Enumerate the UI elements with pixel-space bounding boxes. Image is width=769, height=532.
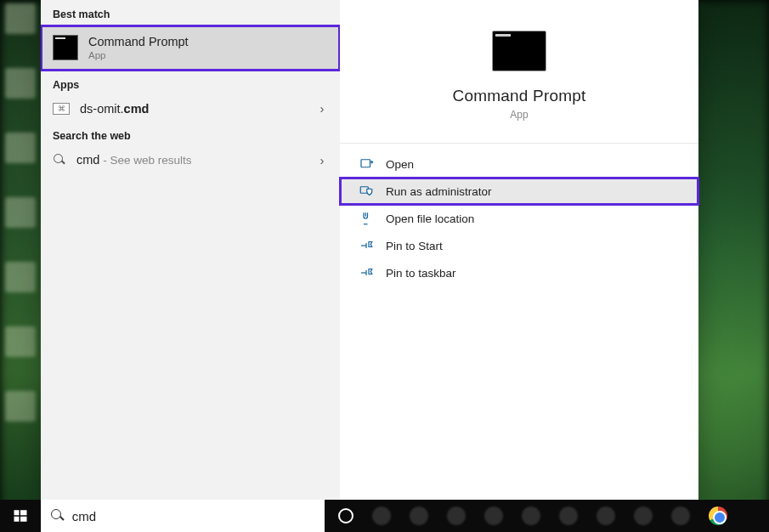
result-text: cmd - See web results (76, 152, 306, 168)
taskbar-app-icon[interactable] (559, 507, 578, 525)
pin-start-icon (359, 238, 374, 253)
svg-rect-3 (20, 510, 27, 515)
chrome-icon[interactable] (709, 507, 727, 525)
taskbar-app-icon[interactable] (634, 507, 653, 525)
result-title: ds-omit.cmd (80, 101, 306, 116)
script-file-icon: ⌘ (53, 103, 70, 115)
desktop-icon[interactable] (5, 326, 36, 357)
search-icon (51, 509, 64, 523)
taskbar-app-icon[interactable] (484, 507, 503, 525)
action-open-file-location[interactable]: Open file location (340, 205, 698, 232)
command-prompt-icon (53, 35, 78, 60)
chevron-right-icon: › (316, 101, 328, 116)
result-ds-omit-cmd[interactable]: ⌘ ds-omit.cmd › (41, 96, 340, 122)
result-title: cmd - See web results (76, 152, 306, 168)
result-title: Command Prompt (88, 34, 328, 49)
command-prompt-icon (492, 31, 546, 71)
section-header-web: Search the web (41, 122, 340, 147)
desktop-icon[interactable] (5, 197, 36, 228)
taskbar-search-input[interactable] (72, 509, 314, 524)
result-text: ds-omit.cmd (80, 101, 306, 116)
taskbar-search-box[interactable] (41, 500, 325, 532)
chevron-right-icon: › (316, 153, 328, 167)
open-icon (359, 156, 374, 172)
action-run-as-administrator[interactable]: Run as administrator (340, 178, 698, 205)
result-web-cmd[interactable]: cmd - See web results › (41, 147, 340, 173)
taskbar-app-icon[interactable] (447, 507, 466, 525)
detail-subtitle: App (510, 109, 528, 121)
action-label: Run as administrator (386, 185, 492, 198)
search-results-column: Best match Command Prompt App Apps ⌘ ds-… (41, 0, 340, 500)
desktop-icon[interactable] (5, 262, 36, 292)
start-search-panel: Best match Command Prompt App Apps ⌘ ds-… (41, 0, 698, 500)
action-pin-to-start[interactable]: Pin to Start (340, 232, 698, 259)
action-list: Open Run as administrator Open file loca… (340, 144, 698, 286)
action-label: Open file location (386, 212, 474, 225)
section-header-best-match: Best match (41, 0, 340, 25)
taskbar-app-icon[interactable] (671, 507, 690, 525)
action-pin-to-taskbar[interactable]: Pin to taskbar (340, 259, 698, 286)
folder-location-icon (359, 211, 374, 226)
detail-title: Command Prompt (453, 87, 586, 105)
taskbar-app-icon[interactable] (372, 507, 391, 525)
cortana-icon[interactable] (338, 508, 353, 524)
section-header-apps: Apps (41, 71, 340, 96)
action-label: Open (386, 158, 414, 171)
desktop-icons-column (0, 0, 42, 532)
action-open[interactable]: Open (340, 150, 698, 178)
detail-header: Command Prompt App (340, 0, 698, 144)
result-detail-pane: Command Prompt App Open Run as administr… (340, 0, 698, 500)
result-subtitle: App (88, 49, 328, 61)
desktop-icon[interactable] (5, 3, 36, 34)
taskbar-app-icon[interactable] (597, 507, 615, 525)
pin-taskbar-icon (359, 265, 374, 280)
taskbar (0, 500, 769, 532)
result-command-prompt[interactable]: Command Prompt App (41, 25, 340, 71)
svg-rect-5 (20, 517, 27, 522)
desktop-icon[interactable] (5, 133, 36, 163)
taskbar-app-icon[interactable] (522, 507, 540, 525)
action-label: Pin to taskbar (386, 267, 456, 280)
desktop-icon[interactable] (5, 68, 36, 99)
svg-rect-0 (361, 160, 370, 167)
svg-rect-4 (14, 517, 20, 522)
svg-rect-2 (14, 510, 20, 515)
taskbar-icons (325, 500, 769, 532)
search-icon (53, 153, 66, 167)
windows-logo-icon (13, 508, 28, 524)
start-button[interactable] (0, 500, 41, 532)
desktop-icon[interactable] (5, 391, 36, 422)
result-text: Command Prompt App (88, 34, 328, 62)
shield-admin-icon (359, 184, 374, 199)
action-label: Pin to Start (386, 240, 443, 252)
taskbar-app-icon[interactable] (410, 507, 428, 525)
